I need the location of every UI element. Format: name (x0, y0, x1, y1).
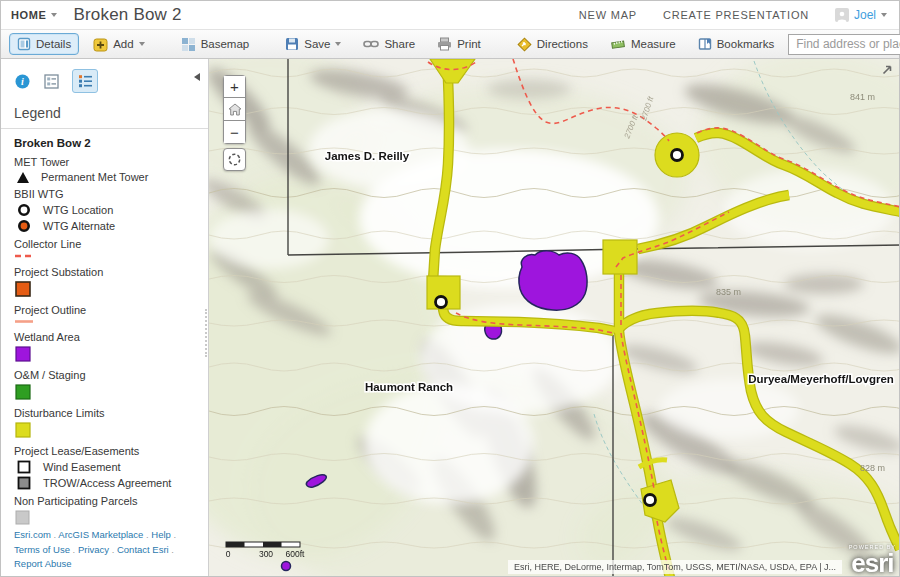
wetland-symbol (15, 346, 31, 362)
user-name: Joel (854, 8, 876, 22)
find-location-button[interactable] (223, 148, 246, 171)
create-presentation-link[interactable]: CREATE PRESENTATION (663, 9, 809, 21)
caret-down-icon (139, 42, 145, 46)
wtg-symbol[interactable] (672, 150, 683, 161)
om-staging-symbol (15, 384, 31, 400)
search-box (788, 34, 900, 55)
home-icon (228, 103, 242, 116)
legend-item: Wind Easement (17, 460, 198, 474)
save-label: Save (304, 38, 330, 50)
footer-link-terms[interactable]: Terms of Use (14, 544, 78, 555)
measure-button[interactable]: Measure (602, 34, 684, 55)
home-menu[interactable]: HOME (11, 9, 57, 21)
basemap-svg[interactable]: James D. Reilly Haumont Ranch Duryea/Mey… (209, 59, 899, 576)
sidebar-footer: Esri.comArcGIS MarketplaceHelpTerms of U… (14, 528, 202, 572)
elevation-label: 828 m (860, 463, 885, 473)
page-title: Broken Bow 2 (73, 5, 181, 25)
directions-label: Directions (537, 38, 588, 50)
zoom-controls: + − (223, 75, 246, 144)
wtg-symbol[interactable] (436, 297, 447, 308)
directions-icon (517, 37, 532, 52)
footer-link-abuse[interactable]: Report Abuse (14, 558, 72, 569)
user-menu[interactable]: Joel (835, 8, 887, 22)
home-extent-button[interactable] (223, 98, 246, 121)
legend-group-name: Project Lease/Easements (14, 445, 198, 457)
wtg-location-symbol (17, 203, 31, 217)
legend-item: Permanent Met Tower (17, 171, 198, 183)
directions-button[interactable]: Directions (509, 33, 596, 56)
legend-panel: i Legend Broken Bow 2 MET Tower Permane (1, 59, 209, 576)
share-icon (363, 38, 379, 50)
info-icon: i (15, 74, 30, 89)
scale-label: 600ft (286, 549, 306, 559)
footer-link-contact[interactable]: Contact Esri (117, 544, 174, 555)
legend-group-name: Wetland Area (14, 331, 198, 343)
legend-tab[interactable] (72, 69, 98, 93)
legend-body: Broken Bow 2 MET Tower Permanent Met Tow… (1, 137, 208, 525)
legend-group-name: Project Outline (14, 304, 198, 316)
legend-item: TROW/Access Agreement (17, 476, 198, 490)
scrollbar[interactable] (205, 309, 207, 357)
basemap-button[interactable]: Basemap (173, 33, 258, 56)
avatar (835, 8, 849, 22)
legend-group-name: O&M / Staging (14, 369, 198, 381)
svg-text:i: i (21, 76, 24, 87)
legend-item: WTG Location (17, 203, 198, 217)
share-button[interactable]: Share (355, 34, 423, 54)
contents-icon (44, 74, 59, 89)
footer-link-help[interactable]: Help (151, 529, 176, 540)
footer-link-marketplace[interactable]: ArcGIS Marketplace (58, 529, 151, 540)
add-label: Add (113, 38, 133, 50)
basemap-label: Basemap (201, 38, 250, 50)
legend-item-label: WTG Alternate (43, 220, 115, 232)
footer-link-esri[interactable]: Esri.com (14, 529, 58, 540)
wind-easement-symbol (17, 460, 31, 474)
collapse-panel-arrow[interactable] (194, 73, 200, 81)
bookmarks-button[interactable]: Bookmarks (690, 33, 783, 55)
legend-group-name: BBII WTG (14, 188, 198, 200)
map-toolbar: Details Add Basemap Save Share Print (1, 29, 899, 59)
legend-item-label: Permanent Met Tower (41, 171, 148, 183)
legend-group-name: MET Tower (14, 156, 198, 168)
legend-group-name: Disturbance Limits (14, 407, 198, 419)
search-input[interactable] (788, 34, 900, 55)
print-button[interactable]: Print (429, 33, 489, 55)
scale-label: 0 (226, 549, 231, 559)
contents-tab[interactable] (43, 73, 59, 89)
add-icon (93, 37, 108, 52)
legend-icon (78, 74, 93, 88)
wtg-symbol[interactable] (645, 495, 656, 506)
toggle-fullscreen-button[interactable] (880, 63, 894, 81)
legend-title: Legend (1, 99, 208, 128)
arcgis-map-viewer: HOME Broken Bow 2 NEW MAP CREATE PRESENT… (0, 0, 900, 577)
bookmarks-label: Bookmarks (717, 38, 775, 50)
parcel-label: Duryea/Meyerhoff/Lovgren (748, 373, 894, 385)
substation-symbol (15, 281, 31, 297)
basemap-icon (181, 37, 196, 52)
details-icon (17, 37, 31, 51)
legend-group-name: Project Substation (14, 266, 198, 278)
parcel-label: James D. Reilly (325, 150, 410, 162)
trow-access-symbol (17, 476, 31, 490)
disturbance-limits-symbol (15, 422, 31, 438)
elevation-label: 841 m (850, 92, 875, 102)
map-attribution: Esri, HERE, DeLorme, Intermap, TomTom, U… (508, 560, 842, 574)
save-button[interactable]: Save (277, 33, 349, 55)
new-map-link[interactable]: NEW MAP (579, 9, 637, 21)
legend-item-label: WTG Location (43, 204, 113, 216)
legend-layer-title: Broken Bow 2 (14, 137, 198, 149)
details-label: Details (36, 38, 71, 50)
add-button[interactable]: Add (85, 33, 152, 56)
caret-down-icon (51, 13, 57, 17)
locate-icon (227, 152, 242, 167)
elevation-label: 835 m (716, 287, 741, 297)
zoom-in-button[interactable]: + (223, 75, 246, 98)
zoom-out-button[interactable]: − (223, 121, 246, 144)
legend-item-label: Wind Easement (43, 461, 121, 473)
non-participating-symbol (15, 510, 30, 525)
map-canvas[interactable]: James D. Reilly Haumont Ranch Duryea/Mey… (209, 59, 899, 576)
footer-link-privacy[interactable]: Privacy (78, 544, 117, 555)
wtg-alternate-symbol (17, 219, 31, 233)
about-tab[interactable]: i (14, 73, 30, 89)
details-button[interactable]: Details (9, 33, 79, 55)
